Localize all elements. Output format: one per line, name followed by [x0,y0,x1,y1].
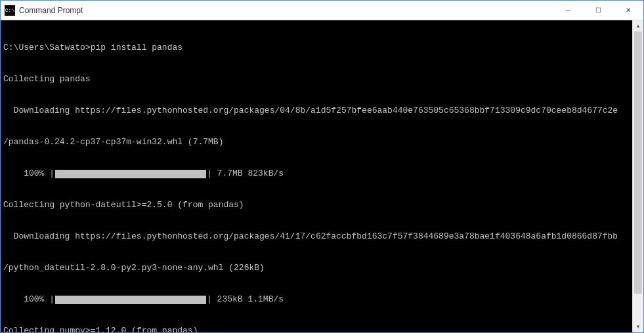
progress-line: 100% || 7.7MB 823kB/s [3,168,630,179]
maximize-button[interactable]: ☐ [583,1,613,20]
output-line: Collecting numpy>=1.12.0 (from pandas) [3,326,630,332]
minimize-button[interactable]: ─ [553,1,583,20]
progress-stats: | 7.7MB 823kB/s [207,168,284,179]
close-button[interactable]: ✕ [613,1,643,20]
output-line: Downloading https://files.pythonhosted.o… [3,106,630,116]
progress-stats: | 235kB 1.1MB/s [207,294,284,305]
prompt-line: C:\Users\Satwato>pip install pandas [3,43,630,53]
cmd-icon-label: C:\ [5,7,14,13]
progress-bar [55,170,206,178]
output-line: Collecting pandas [3,74,630,85]
progress-line: 100% || 235kB 1.1MB/s [3,294,630,305]
output-line: Collecting python-dateutil>=2.5.0 (from … [3,200,630,210]
output-line: /pandas-0.24.2-cp37-cp37m-win32.whl (7.7… [3,137,630,147]
scroll-up-arrow[interactable]: ▲ [633,20,643,31]
window-title: Command Prompt [19,6,553,15]
command-text: pip install pandas [91,43,182,53]
progress-bar [55,296,206,304]
terminal-wrap: C:\Users\Satwato>pip install pandas Coll… [1,20,643,332]
vertical-scrollbar[interactable]: ▲ ▼ [632,20,643,332]
output-line: Downloading https://files.pythonhosted.o… [3,231,630,242]
scroll-thumb[interactable] [634,31,642,294]
progress-percent: 100% | [3,294,54,305]
scroll-down-arrow[interactable]: ▼ [633,321,643,332]
prompt-path: C:\Users\Satwato> [3,43,91,53]
titlebar[interactable]: C:\ Command Prompt ─ ☐ ✕ [1,1,643,20]
terminal[interactable]: C:\Users\Satwato>pip install pandas Coll… [1,20,632,332]
window-controls: ─ ☐ ✕ [553,1,643,20]
cmd-icon: C:\ [5,5,15,16]
progress-percent: 100% | [3,168,54,179]
output-line: /python_dateutil-2.8.0-py2.py3-none-any.… [3,263,630,273]
